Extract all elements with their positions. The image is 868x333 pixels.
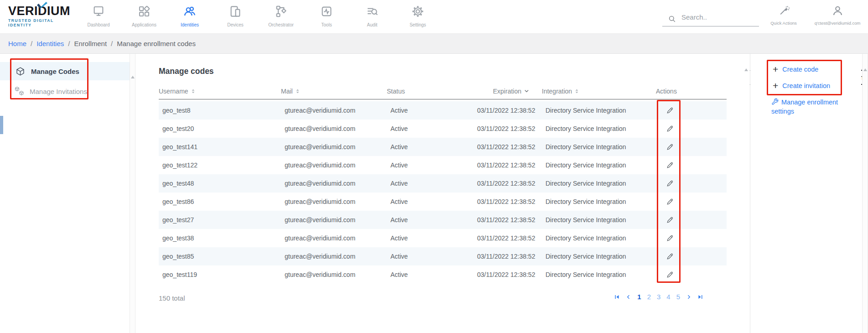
nav-item-orchestrator[interactable]: Orchestrator: [258, 3, 304, 31]
page-1[interactable]: 1: [637, 293, 641, 301]
sidebar-scrollbar[interactable]: [130, 54, 135, 333]
cell-integration: Directory Service Integration: [542, 271, 656, 278]
cell-status: Active: [387, 180, 473, 187]
col-header-username[interactable]: Username: [159, 88, 281, 95]
veridium-logo[interactable]: VERIDIUM TRUSTED DIGITAL IDENTITY: [8, 4, 72, 27]
quick-actions-label: Quick Actions: [756, 21, 811, 26]
edit-button[interactable]: [664, 160, 675, 171]
edit-button[interactable]: [664, 233, 675, 244]
edit-button[interactable]: [664, 196, 675, 207]
cell-mail: gtureac@veridiumid.com: [281, 198, 387, 205]
cell-expiration: 03/11/2022 12:38:52: [473, 161, 542, 169]
cell-username: geo_test86: [159, 198, 281, 205]
cell-username: geo_test8: [159, 107, 281, 114]
page-2[interactable]: 2: [647, 293, 651, 301]
scroll-up-arrow-icon[interactable]: [744, 68, 748, 71]
cell-expiration: 03/11/2022 12:38:52: [473, 198, 542, 205]
nav-item-tools[interactable]: Tools: [304, 3, 349, 31]
next-page-button[interactable]: [686, 294, 691, 300]
table-row[interactable]: geo_test38 gtureac@veridiumid.com Active…: [159, 229, 727, 247]
nav-item-settings[interactable]: Settings: [395, 3, 441, 31]
col-header-mail[interactable]: Mail: [281, 88, 387, 95]
page-5[interactable]: 5: [676, 293, 680, 301]
cell-expiration: 03/11/2022 12:38:52: [473, 234, 542, 242]
sidebar-item-manage-codes[interactable]: Manage Codes: [0, 62, 130, 80]
pencil-icon: [666, 234, 674, 242]
edit-button[interactable]: [664, 251, 675, 262]
cell-expiration: 03/11/2022 12:38:52: [473, 216, 542, 224]
pencil-icon: [666, 107, 674, 114]
create-code-button[interactable]: + Create code: [773, 65, 818, 73]
cell-username: geo_test38: [159, 234, 281, 242]
table-row[interactable]: geo_test122 gtureac@veridiumid.com Activ…: [159, 156, 727, 174]
nav-item-dashboard[interactable]: Dashboard: [76, 3, 121, 31]
table-row[interactable]: geo_test141 gtureac@veridiumid.com Activ…: [159, 138, 727, 156]
nav-item-applications[interactable]: Applications: [121, 3, 167, 31]
edit-button[interactable]: [664, 178, 675, 189]
edit-button[interactable]: [664, 269, 675, 280]
sort-icon: [191, 88, 195, 94]
sort-desc-icon: [524, 89, 529, 93]
cell-expiration: 03/11/2022 12:38:52: [473, 125, 542, 132]
cell-mail: gtureac@veridiumid.com: [281, 234, 387, 242]
right-action-panel: + Create code + Create invitation Manage…: [751, 54, 861, 333]
cell-status: Active: [387, 216, 473, 224]
logo-tagline: TRUSTED DIGITAL IDENTITY: [8, 18, 72, 27]
prev-page-button[interactable]: [626, 294, 631, 300]
scroll-up-arrow-icon[interactable]: [131, 76, 135, 78]
col-header-expiration[interactable]: Expiration: [473, 88, 542, 95]
applications-icon: [137, 5, 151, 18]
cell-mail: gtureac@veridiumid.com: [281, 216, 387, 224]
pencil-icon: [666, 216, 674, 224]
page-3[interactable]: 3: [657, 293, 660, 301]
manage-enrollment-settings-link[interactable]: Manage enrollment settings: [771, 98, 848, 116]
first-page-button[interactable]: [614, 294, 620, 300]
table-row[interactable]: geo_test85 gtureac@veridiumid.com Active…: [159, 247, 727, 265]
table-body: geo_test8 gtureac@veridiumid.com Active …: [159, 101, 727, 284]
col-header-integration[interactable]: Integration: [542, 88, 656, 95]
breadcrumb-current: Manage enrollment codes: [117, 40, 196, 47]
nav-item-audit[interactable]: Audit: [349, 3, 395, 31]
cell-integration: Directory Service Integration: [542, 216, 656, 224]
breadcrumb-home[interactable]: Home: [8, 40, 26, 47]
table-row[interactable]: geo_test27 gtureac@veridiumid.com Active…: [159, 211, 727, 229]
settings-gear-icon: [411, 5, 425, 18]
last-page-button[interactable]: [697, 294, 703, 300]
cell-status: Active: [387, 234, 473, 242]
create-invitation-button[interactable]: + Create invitation: [773, 82, 830, 90]
user-menu[interactable]: q'ctest@veridiumid.com: [808, 5, 867, 26]
global-search-input[interactable]: [681, 13, 754, 21]
main-scrollbar[interactable]: [743, 54, 749, 333]
cell-status: Active: [387, 143, 473, 151]
table-row[interactable]: geo_test20 gtureac@veridiumid.com Active…: [159, 120, 727, 138]
scroll-up-arrow-icon[interactable]: [863, 68, 867, 71]
cube-icon: [16, 67, 25, 76]
pencil-icon: [666, 180, 674, 187]
first-page-icon: [614, 294, 620, 300]
edit-button[interactable]: [664, 123, 675, 134]
cell-status: Active: [387, 271, 473, 278]
edit-button[interactable]: [664, 105, 675, 116]
page: VERIDIUM TRUSTED DIGITAL IDENTITY Dashbo…: [0, 0, 868, 333]
col-header-status: Status: [387, 88, 473, 95]
table-row[interactable]: geo_test86 gtureac@veridiumid.com Active…: [159, 193, 727, 211]
table-row[interactable]: geo_test8 gtureac@veridiumid.com Active …: [159, 101, 727, 120]
edit-button[interactable]: [664, 141, 675, 152]
cell-expiration: 03/11/2022 12:38:52: [473, 180, 542, 187]
quick-actions-button[interactable]: Quick Actions: [756, 5, 811, 26]
breadcrumb-identities[interactable]: Identities: [36, 40, 64, 47]
cell-username: geo_test48: [159, 180, 281, 187]
sidebar-item-manage-invitations[interactable]: Manage Invitations: [0, 82, 130, 100]
cell-integration: Directory Service Integration: [542, 107, 656, 114]
tools-icon: [320, 5, 333, 18]
edit-button[interactable]: [664, 214, 675, 225]
page-4[interactable]: 4: [666, 293, 670, 301]
left-sidebar: Manage Codes Manage Invitations: [0, 54, 130, 333]
nav-item-identities[interactable]: Identities: [167, 3, 213, 31]
nav-item-devices[interactable]: Devices: [213, 3, 258, 31]
cell-status: Active: [387, 253, 473, 260]
cell-expiration: 03/11/2022 12:38:52: [473, 271, 542, 278]
table-row[interactable]: geo_test119 gtureac@veridiumid.com Activ…: [159, 265, 727, 284]
window-scrollbar[interactable]: [862, 54, 868, 333]
table-row[interactable]: geo_test48 gtureac@veridiumid.com Active…: [159, 174, 727, 193]
